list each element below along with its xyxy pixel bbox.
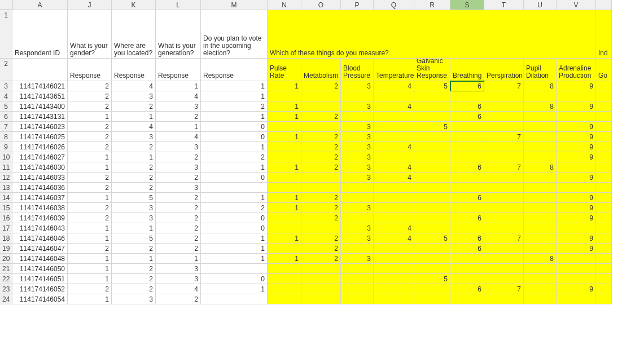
data-cell[interactable] — [374, 264, 414, 274]
data-cell[interactable] — [596, 183, 612, 193]
data-cell[interactable]: 9 — [557, 213, 596, 223]
col-header[interactable]: K — [112, 0, 156, 10]
data-cell[interactable] — [484, 91, 524, 101]
data-cell[interactable]: 2 — [301, 233, 341, 244]
data-cell[interactable] — [524, 213, 557, 223]
data-cell[interactable] — [484, 193, 524, 203]
data-cell[interactable] — [341, 274, 374, 284]
data-cell[interactable]: 4 — [374, 81, 414, 91]
data-cell[interactable] — [450, 132, 484, 142]
data-cell[interactable] — [374, 193, 414, 203]
data-cell[interactable] — [524, 193, 557, 203]
row-header[interactable]: 3 — [0, 81, 12, 91]
data-cell[interactable]: 1 — [268, 162, 301, 172]
col-header[interactable]: Q — [374, 0, 414, 10]
data-cell[interactable]: 114174146038 — [12, 203, 68, 213]
col-header[interactable]: S — [450, 0, 484, 10]
data-cell[interactable]: 9 — [557, 193, 596, 203]
subheader-cell[interactable]: Go — [596, 59, 612, 81]
data-cell[interactable]: 3 — [341, 122, 374, 132]
data-cell[interactable]: 114174146033 — [12, 172, 68, 183]
data-cell[interactable]: 1 — [268, 112, 301, 122]
data-cell[interactable]: 1 — [68, 254, 112, 264]
subheader-cell[interactable]: Response — [68, 59, 112, 81]
row-header[interactable]: 2 — [0, 59, 12, 81]
data-cell[interactable]: 2 — [68, 213, 112, 223]
data-cell[interactable]: 2 — [301, 213, 341, 223]
data-cell[interactable]: 9 — [557, 172, 596, 183]
data-cell[interactable]: 1 — [268, 254, 301, 264]
data-cell[interactable]: 114174146047 — [12, 244, 68, 254]
data-cell[interactable]: 1 — [201, 284, 268, 294]
data-cell[interactable] — [484, 254, 524, 264]
data-cell[interactable] — [268, 152, 301, 162]
data-cell[interactable] — [374, 244, 414, 254]
data-cell[interactable] — [524, 152, 557, 162]
data-cell[interactable] — [450, 223, 484, 233]
col-header[interactable]: U — [524, 0, 557, 10]
data-cell[interactable] — [301, 284, 341, 294]
header-merged[interactable]: Which of these things do you measure? — [268, 10, 596, 59]
data-cell[interactable]: 7 — [484, 132, 524, 142]
data-cell[interactable] — [524, 244, 557, 254]
data-cell[interactable]: 2 — [301, 152, 341, 162]
subheader-cell[interactable]: Breathing — [450, 59, 484, 81]
subheader-cell[interactable]: Pupil Dilation — [524, 59, 557, 81]
data-cell[interactable] — [414, 142, 450, 152]
subheader-cell[interactable]: Blood Pressure — [341, 59, 374, 81]
header-cell[interactable]: Do you plan to vote in the upcoming elec… — [201, 10, 268, 59]
data-cell[interactable] — [524, 233, 557, 244]
data-cell[interactable]: 1 — [268, 101, 301, 112]
subheader-cell[interactable]: Metabolism — [301, 59, 341, 81]
data-cell[interactable]: 2 — [68, 132, 112, 142]
col-header[interactable]: P — [341, 0, 374, 10]
data-cell[interactable] — [374, 112, 414, 122]
data-cell[interactable]: 3 — [341, 233, 374, 244]
col-header[interactable]: V — [557, 0, 596, 10]
data-cell[interactable]: 2 — [156, 152, 201, 162]
data-cell[interactable] — [414, 112, 450, 122]
data-cell[interactable] — [414, 183, 450, 193]
col-header[interactable]: N — [268, 0, 301, 10]
data-cell[interactable] — [557, 274, 596, 284]
data-cell[interactable]: 4 — [112, 122, 156, 132]
data-cell[interactable] — [341, 244, 374, 254]
data-cell[interactable]: 9 — [557, 132, 596, 142]
data-cell[interactable] — [414, 254, 450, 264]
data-cell[interactable] — [268, 183, 301, 193]
data-cell[interactable] — [341, 91, 374, 101]
data-cell[interactable]: 2 — [156, 244, 201, 254]
data-cell[interactable]: 3 — [156, 183, 201, 193]
data-cell[interactable] — [414, 152, 450, 162]
data-cell[interactable]: 2 — [112, 142, 156, 152]
data-cell[interactable] — [596, 122, 612, 132]
data-cell[interactable]: 114174146050 — [12, 264, 68, 274]
data-cell[interactable] — [596, 162, 612, 172]
cell[interactable] — [12, 59, 68, 81]
data-cell[interactable]: 2 — [301, 132, 341, 142]
row-header[interactable]: 23 — [0, 284, 12, 294]
data-cell[interactable] — [301, 274, 341, 284]
data-cell[interactable] — [596, 193, 612, 203]
data-cell[interactable]: 114174146051 — [12, 274, 68, 284]
row-header[interactable]: 1 — [0, 10, 12, 59]
data-cell[interactable] — [484, 101, 524, 112]
row-header[interactable]: 19 — [0, 244, 12, 254]
row-header[interactable]: 4 — [0, 91, 12, 101]
data-cell[interactable] — [484, 294, 524, 304]
data-cell[interactable] — [301, 264, 341, 274]
data-cell[interactable] — [596, 81, 612, 91]
data-cell[interactable] — [414, 101, 450, 112]
data-cell[interactable]: 3 — [156, 264, 201, 274]
data-cell[interactable] — [341, 112, 374, 122]
data-cell[interactable]: 8 — [524, 162, 557, 172]
row-header[interactable]: 17 — [0, 223, 12, 233]
data-cell[interactable]: 1 — [201, 193, 268, 203]
data-cell[interactable]: 2 — [156, 112, 201, 122]
data-cell[interactable] — [557, 254, 596, 264]
data-cell[interactable] — [414, 223, 450, 233]
data-cell[interactable]: 6 — [450, 284, 484, 294]
col-header[interactable]: T — [484, 0, 524, 10]
data-cell[interactable]: 1 — [268, 203, 301, 213]
data-cell[interactable]: 1 — [156, 81, 201, 91]
